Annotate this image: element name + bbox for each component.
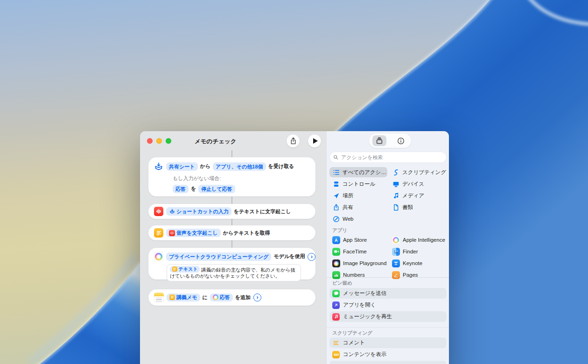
- sentence-text: を: [191, 185, 196, 192]
- editor-canvas: メモのチェック: [140, 131, 326, 364]
- category-media[interactable]: メディア: [392, 190, 424, 201]
- control-icon: [332, 180, 340, 188]
- category-label: 共有: [343, 204, 353, 211]
- param-shortcut-input[interactable]: ショートカットの入力: [166, 207, 231, 216]
- apple-intelligence-icon: [392, 236, 400, 244]
- category-documents[interactable]: 書類: [392, 202, 413, 212]
- pinned-action-send-message[interactable]: メッセージを送信: [329, 288, 447, 299]
- notes-app-icon: [154, 293, 164, 302]
- sidebar-mode-segmented-control: [369, 133, 411, 148]
- web-icon: [332, 215, 340, 223]
- section-header-pinned: ピン留め: [332, 280, 352, 287]
- category-all-actions[interactable]: すべてのアクシ…: [332, 167, 386, 177]
- flow-connector: [231, 240, 232, 248]
- tab-action-library[interactable]: [372, 135, 386, 146]
- pinned-label: ミュージックを再生: [343, 313, 392, 320]
- run-button[interactable]: [308, 134, 321, 147]
- document-icon: [392, 203, 399, 211]
- sentence-text: を受け取る: [268, 163, 294, 170]
- param-input-types[interactable]: アプリ、その他18個: [213, 162, 266, 171]
- sentence-text: からテキストを取得: [223, 230, 270, 237]
- action-card-transcribe[interactable]: ショートカットの入力 をテキストに文字起こし: [148, 204, 315, 219]
- location-icon: [332, 192, 340, 199]
- app-store-icon: [332, 236, 340, 244]
- flow-connector: [231, 219, 232, 225]
- device-icon: [392, 180, 399, 188]
- action-card-append-note[interactable]: 講義メモ に 応答 を追加 ›: [148, 289, 315, 306]
- zoom-button[interactable]: [166, 138, 171, 144]
- text-mini-icon: [172, 266, 177, 272]
- text-lines-icon: [154, 228, 163, 238]
- section-divider: [327, 327, 449, 328]
- sentence-text: から: [200, 163, 211, 170]
- category-devices[interactable]: デバイス: [392, 179, 424, 189]
- app-label: FaceTime: [343, 249, 367, 254]
- category-label: 場所: [343, 192, 353, 199]
- scripting-action-show-content[interactable]: コンテンツを表示: [329, 349, 447, 360]
- sentence-text: モデルを使用: [273, 253, 305, 260]
- share-sheet-receive-icon: [154, 162, 163, 171]
- share-button[interactable]: [287, 134, 300, 147]
- param-ask[interactable]: 応答: [173, 185, 189, 193]
- param-transcribed-audio[interactable]: 音声を文字起こし: [166, 229, 221, 237]
- library-icon: [376, 137, 383, 145]
- app-label: App Store: [343, 237, 367, 243]
- category-location[interactable]: 場所: [332, 190, 353, 201]
- minimize-button[interactable]: [156, 138, 162, 144]
- param-text-variable[interactable]: テキスト: [170, 266, 200, 273]
- window-title: メモのチェック: [195, 138, 237, 146]
- music-icon: [332, 313, 340, 321]
- comment-icon: [332, 339, 340, 347]
- category-scripting[interactable]: スクリプティング: [392, 167, 446, 177]
- finder-icon: [392, 248, 400, 256]
- model-prompt-field[interactable]: テキスト講義の録音の主な内容で、私のメモから抜けているものがないかをチェックして…: [167, 264, 301, 281]
- scripting-action-comment[interactable]: コメント: [329, 337, 447, 348]
- section-header-apps: アプリ: [332, 227, 347, 234]
- action-card-get-text[interactable]: 音声を文字起こし からテキストを取得: [148, 225, 315, 240]
- flow-connector: [231, 150, 232, 157]
- all-actions-icon: [332, 168, 340, 176]
- pinned-action-play-music[interactable]: ミュージックを再生: [329, 311, 447, 322]
- share-icon: [332, 203, 340, 211]
- section-divider: [327, 277, 449, 278]
- section-header-scripting: スクリプティング: [332, 330, 372, 336]
- info-icon: [397, 137, 405, 145]
- app-pages[interactable]: Pages: [392, 270, 418, 280]
- param-response[interactable]: 応答: [210, 294, 233, 302]
- action-card-receive-input[interactable]: 共有シート から アプリ、その他18個 を受け取る もし入力がない場合: 応答 …: [148, 157, 315, 196]
- param-note[interactable]: 講義メモ: [167, 294, 200, 302]
- tab-shortcut-details[interactable]: [394, 135, 408, 146]
- action-search-field[interactable]: [330, 152, 446, 162]
- show-content-icon: [332, 351, 340, 358]
- app-finder[interactable]: Finder: [392, 246, 418, 257]
- category-label: Web: [343, 216, 353, 222]
- sentence-text: に: [203, 294, 208, 301]
- category-web[interactable]: Web: [332, 214, 353, 224]
- app-keynote[interactable]: Keynote: [392, 258, 422, 268]
- category-label: スクリプティング: [402, 169, 446, 176]
- messages-icon: [332, 290, 340, 297]
- app-apple-intelligence[interactable]: Apple Intelligence: [392, 235, 445, 245]
- category-control[interactable]: コントロール: [332, 179, 375, 189]
- expand-chevron-icon[interactable]: ›: [253, 294, 261, 301]
- param-model[interactable]: プライベートクラウドコンピューティング: [166, 252, 271, 261]
- apple-intelligence-icon: [154, 252, 163, 261]
- search-input[interactable]: [340, 154, 443, 161]
- app-facetime[interactable]: FaceTime: [332, 246, 367, 257]
- category-sharing[interactable]: 共有: [332, 202, 353, 212]
- close-button[interactable]: [147, 138, 153, 144]
- category-label: デバイス: [402, 181, 424, 188]
- waveform-mini-icon: [169, 230, 175, 236]
- param-share-sheet[interactable]: 共有シート: [166, 162, 198, 171]
- pinned-action-open-app[interactable]: アプリを開く: [329, 300, 447, 310]
- scripting-action-partial-row[interactable]: [329, 361, 447, 364]
- app-image-playground[interactable]: Image Playground: [332, 258, 386, 268]
- action-card-use-model[interactable]: プライベートクラウドコンピューティング モデルを使用 › テキスト講義の録音の主…: [148, 248, 315, 280]
- condition-label: もし入力がない場合:: [173, 175, 310, 182]
- app-app-store[interactable]: App Store: [332, 235, 367, 245]
- sentence-text: を追加: [235, 294, 251, 301]
- expand-chevron-icon[interactable]: ›: [308, 253, 315, 261]
- action-library-sidebar: すべてのアクシ… スクリプティング コントロール: [326, 131, 449, 364]
- app-numbers[interactable]: Numbers: [332, 270, 365, 280]
- param-stop-and-respond[interactable]: 停止して応答: [198, 185, 235, 193]
